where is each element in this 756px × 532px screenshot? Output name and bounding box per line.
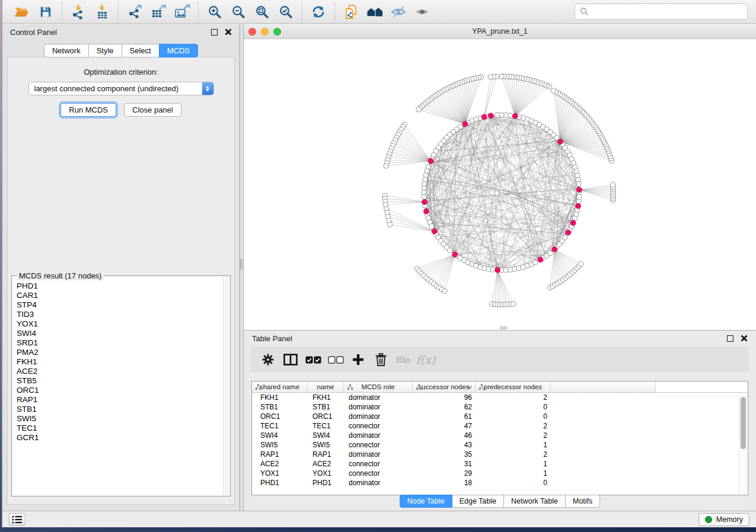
graph-node[interactable] xyxy=(512,267,517,271)
graph-leaf-node[interactable] xyxy=(511,302,516,306)
cell-successor-nodes[interactable]: 43 xyxy=(413,441,476,449)
cell-mcds-role[interactable]: dominator xyxy=(344,393,413,402)
cell-successor-nodes[interactable]: 47 xyxy=(413,422,476,430)
cell-mcds-role[interactable]: connector xyxy=(344,441,413,449)
mcds-list-scrollbar[interactable] xyxy=(223,277,229,495)
column-header[interactable]: predecessor nodes xyxy=(476,382,551,392)
mcds-node-item[interactable]: STB1 xyxy=(17,405,222,414)
cell-predecessor-nodes[interactable]: 2 xyxy=(476,450,551,459)
tab-style[interactable]: Style xyxy=(88,44,122,57)
mcds-node-item[interactable]: TID3 xyxy=(17,310,222,319)
graph-node[interactable] xyxy=(495,113,500,117)
cell-predecessor-nodes[interactable]: 0 xyxy=(476,412,551,421)
graph-mcds-hub-node[interactable] xyxy=(576,203,581,209)
tab-motifs[interactable]: Motifs xyxy=(565,495,600,508)
cell-shared-name[interactable]: SWI4 xyxy=(252,431,308,440)
table-row[interactable]: SWI5SWI5connector431 xyxy=(252,440,748,450)
tab-edge-table[interactable]: Edge Table xyxy=(452,495,504,508)
import-table-button[interactable] xyxy=(94,4,110,20)
cell-shared-name[interactable]: YOX1 xyxy=(252,469,308,477)
show-panels-menu-button[interactable] xyxy=(9,513,25,525)
mcds-node-item[interactable]: YOX1 xyxy=(17,319,222,329)
export-network-button[interactable] xyxy=(126,4,143,20)
graph-mcds-hub-node[interactable] xyxy=(432,229,437,234)
cell-mcds-role[interactable]: dominator xyxy=(344,412,413,421)
close-panel-button[interactable]: Close panel xyxy=(124,103,181,117)
column-header[interactable]: shared name xyxy=(252,382,308,392)
mcds-node-item[interactable]: GCR1 xyxy=(17,433,222,443)
table-row[interactable]: PHD1PHD1dominator180 xyxy=(252,478,748,488)
column-header[interactable]: successor nodes xyxy=(413,382,476,392)
cell-mcds-role[interactable]: connector xyxy=(344,469,413,477)
cell-name[interactable]: STB1 xyxy=(308,403,344,411)
window-maximize-icon[interactable] xyxy=(273,28,281,36)
save-session-button[interactable] xyxy=(37,4,54,20)
mcds-node-item[interactable]: CAR1 xyxy=(17,291,222,300)
cell-name[interactable]: ACE2 xyxy=(308,460,344,468)
cell-shared-name[interactable]: RAP1 xyxy=(252,450,308,459)
cell-predecessor-nodes[interactable]: 1 xyxy=(476,460,551,468)
cell-successor-nodes[interactable]: 31 xyxy=(413,460,476,468)
tab-network[interactable]: Network xyxy=(44,44,89,57)
cell-shared-name[interactable]: STB1 xyxy=(252,403,308,411)
cell-predecessor-nodes[interactable]: 1 xyxy=(476,469,551,477)
close-panel-icon[interactable] xyxy=(225,28,232,36)
refresh-layout-button[interactable] xyxy=(310,4,327,20)
cell-successor-nodes[interactable]: 29 xyxy=(413,469,476,477)
graph-node[interactable] xyxy=(576,177,580,182)
mcds-node-item[interactable]: RAP1 xyxy=(17,395,222,405)
window-close-icon[interactable] xyxy=(248,28,256,36)
graph-node[interactable] xyxy=(448,248,452,253)
cell-shared-name[interactable]: ACE2 xyxy=(252,460,308,468)
cell-name[interactable]: TEC1 xyxy=(308,422,344,430)
graph-leaf-node[interactable] xyxy=(388,222,393,227)
graph-leaf-node[interactable] xyxy=(551,88,556,93)
table-scrollbar-thumb[interactable] xyxy=(741,397,746,449)
mcds-node-item[interactable]: TEC1 xyxy=(17,424,222,433)
optimization-criterion-select[interactable]: largest connected component (undirected) xyxy=(28,82,214,95)
graph-mcds-hub-node[interactable] xyxy=(566,230,571,235)
mcds-node-item[interactable]: PHD1 xyxy=(17,281,222,291)
mcds-node-item[interactable]: ACE2 xyxy=(17,367,222,376)
select-all-button[interactable] xyxy=(302,349,324,370)
cell-name[interactable]: ORC1 xyxy=(308,412,344,421)
zoom-fit-button[interactable] xyxy=(254,4,270,20)
cell-predecessor-nodes[interactable]: 2 xyxy=(476,393,551,402)
cell-name[interactable]: FKH1 xyxy=(308,393,344,402)
cell-predecessor-nodes[interactable]: 0 xyxy=(476,479,551,487)
zoom-out-button[interactable] xyxy=(230,4,247,20)
table-row[interactable]: TEC1TEC1connector472 xyxy=(252,421,748,431)
mcds-node-item[interactable]: SRD1 xyxy=(17,338,222,348)
graph-leaf-node[interactable] xyxy=(488,75,493,79)
float-panel-icon[interactable] xyxy=(211,29,218,36)
mcds-node-item[interactable]: STP4 xyxy=(17,300,222,310)
graph-mcds-hub-node[interactable] xyxy=(577,187,582,193)
graph-node[interactable] xyxy=(422,194,426,199)
window-minimize-icon[interactable] xyxy=(261,28,269,36)
graph-leaf-node[interactable] xyxy=(384,164,388,168)
import-network-button[interactable] xyxy=(70,4,87,20)
cell-predecessor-nodes[interactable]: 2 xyxy=(476,422,551,430)
export-table-button[interactable] xyxy=(150,4,167,20)
network-canvas[interactable] xyxy=(244,39,756,330)
cell-mcds-role[interactable]: dominator xyxy=(344,450,413,459)
cell-predecessor-nodes[interactable]: 2 xyxy=(476,431,551,440)
mcds-node-item[interactable]: FKH1 xyxy=(17,357,222,367)
cell-mcds-role[interactable]: connector xyxy=(344,422,413,430)
cell-shared-name[interactable]: SWI5 xyxy=(252,441,308,449)
graph-mcds-hub-node[interactable] xyxy=(424,209,429,214)
cell-predecessor-nodes[interactable]: 0 xyxy=(476,403,551,411)
cell-successor-nodes[interactable]: 18 xyxy=(413,479,476,487)
split-table-view-button[interactable] xyxy=(279,349,302,370)
cell-mcds-role[interactable]: dominator xyxy=(344,479,413,487)
graph-mcds-hub-node[interactable] xyxy=(538,257,543,262)
graph-mcds-hub-node[interactable] xyxy=(570,220,576,226)
cell-mcds-role[interactable]: dominator xyxy=(344,403,413,411)
cell-shared-name[interactable]: ORC1 xyxy=(252,412,308,421)
cell-successor-nodes[interactable]: 62 xyxy=(413,403,476,411)
cell-successor-nodes[interactable]: 35 xyxy=(413,450,476,459)
graph-mcds-hub-node[interactable] xyxy=(462,121,468,127)
graph-node[interactable] xyxy=(533,260,538,265)
graph-leaf-node[interactable] xyxy=(416,107,421,112)
table-row[interactable]: STB1STB1dominator620 xyxy=(252,402,748,412)
